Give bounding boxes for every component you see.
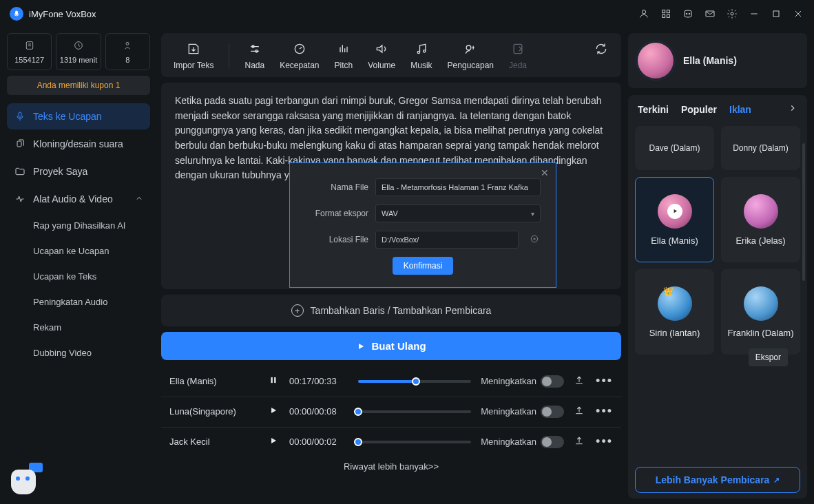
discord-icon[interactable] [682, 8, 694, 20]
current-voice-header[interactable]: Ella (Manis) [628, 33, 807, 88]
enhance-toggle[interactable] [541, 375, 564, 388]
voice-card-ella[interactable]: Ella (Manis) [635, 177, 714, 262]
confirm-button[interactable]: Konfirmasi [393, 257, 454, 275]
svg-point-18 [417, 51, 419, 53]
tool-speed[interactable]: Kecepatan [280, 41, 319, 70]
minimize-icon[interactable] [748, 8, 760, 20]
more-icon[interactable]: ••• [596, 434, 613, 449]
play-icon[interactable] [667, 204, 682, 219]
nav-audio-tools[interactable]: Alat Audio & Video [7, 186, 150, 212]
voice-card-franklin[interactable]: Franklin (Dalam) [721, 269, 800, 355]
voice-card-dave[interactable]: Dave (Dalam) [635, 126, 714, 170]
dialog-close-icon[interactable]: ✕ [541, 167, 549, 178]
maximize-icon[interactable] [770, 8, 782, 20]
tool-import-text[interactable]: Impor Teks [174, 41, 213, 70]
equalizer-icon [336, 41, 351, 56]
format-select[interactable]: WAV▾ [375, 204, 541, 222]
tool-refresh[interactable] [594, 41, 609, 56]
svg-rect-2 [667, 10, 669, 13]
svg-point-5 [686, 13, 687, 14]
svg-point-6 [689, 13, 690, 14]
sub-video-dubbing[interactable]: Dubbing Video [7, 341, 150, 365]
play-icon[interactable] [269, 436, 280, 448]
location-label: Lokasi File [305, 235, 368, 244]
nav-projects[interactable]: Proyek Saya [7, 158, 150, 185]
browse-folder-icon[interactable] [530, 234, 541, 245]
track-name: Jack Kecil [169, 437, 259, 447]
file-name-input[interactable]: Ella - Metamorfosis Halaman 1 Franz Kafk… [375, 178, 541, 196]
import-icon [186, 41, 201, 56]
file-name-label: Nama File [305, 182, 368, 192]
scrollbar[interactable] [802, 143, 805, 281]
external-link-icon: ↗ [773, 476, 780, 485]
enhance-toggle[interactable] [541, 436, 564, 448]
svg-point-8 [731, 12, 733, 15]
play-icon[interactable] [269, 406, 280, 417]
svg-point-12 [126, 42, 129, 45]
voice-avatar [638, 43, 674, 78]
export-icon[interactable] [574, 375, 586, 388]
tab-recent[interactable]: Terkini [638, 104, 669, 115]
more-icon[interactable]: ••• [596, 374, 613, 388]
voice-card-donny[interactable]: Donny (Dalam) [721, 126, 800, 170]
sub-audio-enhance[interactable]: Peningkatan Audio [7, 290, 150, 314]
svg-point-0 [642, 10, 645, 14]
svg-rect-22 [271, 377, 273, 383]
characters-icon [23, 39, 36, 52]
location-input[interactable]: D:/VoxBox/ [375, 231, 519, 249]
sliders-icon [247, 41, 262, 56]
title-bar: iMyFone VoxBox [0, 0, 814, 28]
coupon-banner[interactable]: Anda memiliki kupon 1 [7, 76, 150, 95]
chevron-right-icon[interactable] [788, 103, 797, 115]
voice-card-sirin[interactable]: 👑 Sirin (lantan) [635, 269, 714, 355]
settings-icon[interactable] [726, 8, 738, 20]
tab-popular[interactable]: Populer [681, 104, 717, 115]
enhance-toggle[interactable] [541, 406, 564, 418]
stat-minutes[interactable]: 1319 menit [56, 33, 101, 70]
mail-icon[interactable] [704, 8, 716, 20]
tool-pronunciation[interactable]: Pengucapan [448, 41, 494, 70]
sub-ai-rap[interactable]: Rap yang Dihasilkan AI [7, 213, 150, 238]
tool-pitch[interactable]: Pitch [335, 41, 353, 70]
stat-characters[interactable]: 1554127 [7, 33, 52, 70]
sub-speech-to-text[interactable]: Ucapan ke Teks [7, 264, 150, 288]
nav-text-to-speech[interactable]: Teks ke Ucapan [7, 103, 150, 129]
stat-count[interactable]: 8 [105, 33, 150, 70]
more-history-link[interactable]: Riwayat lebih banyak>> [161, 456, 621, 472]
enhance-label: Meningkatkan [481, 437, 536, 447]
nav-voice-clone[interactable]: Kloning/desain suara [7, 131, 150, 157]
voice-avatar [744, 286, 778, 321]
assistant-bot-icon[interactable] [10, 464, 40, 494]
add-row-button[interactable]: + Tambahkan Baris / Tambahkan Pembicara [161, 295, 621, 326]
sub-record[interactable]: Rekam [7, 315, 150, 339]
account-icon[interactable] [638, 8, 650, 20]
mic-icon [14, 110, 26, 123]
format-label: Format ekspor [305, 209, 368, 218]
sub-speech-to-speech[interactable]: Ucapan ke Ucapan [7, 239, 150, 263]
voice-card-erika[interactable]: Erika (Jelas) [721, 177, 800, 262]
enhance-label: Meningkatkan [481, 406, 536, 417]
svg-point-19 [423, 50, 425, 52]
close-icon[interactable] [792, 8, 804, 20]
pause-icon[interactable] [269, 375, 280, 387]
track-time: 00:00/00:08 [289, 406, 348, 417]
export-icon[interactable] [574, 435, 586, 448]
track-progress[interactable] [358, 380, 471, 383]
regenerate-button[interactable]: Buat Ulang [161, 332, 621, 360]
track-progress[interactable] [358, 410, 471, 413]
track-list: Ella (Manis) 00:17/00:33 Meningkatkan ••… [161, 367, 621, 456]
voice-avatar [658, 194, 692, 229]
tool-tone[interactable]: Nada [244, 41, 264, 70]
tab-iklan[interactable]: Iklan [729, 104, 751, 115]
tool-music[interactable]: Musik [410, 41, 432, 70]
more-icon[interactable]: ••• [596, 404, 613, 419]
more-voices-button[interactable]: Lebih Banyak Pembicara ↗ [635, 467, 800, 493]
svg-rect-9 [773, 11, 779, 17]
track-progress[interactable] [358, 441, 471, 443]
apps-icon[interactable] [660, 8, 672, 20]
svg-rect-10 [26, 42, 32, 50]
app-title: iMyFone VoxBox [29, 9, 96, 19]
tool-pause[interactable]: Jeda [509, 41, 527, 70]
export-icon[interactable] [574, 405, 586, 418]
tool-volume[interactable]: Volume [368, 41, 395, 70]
